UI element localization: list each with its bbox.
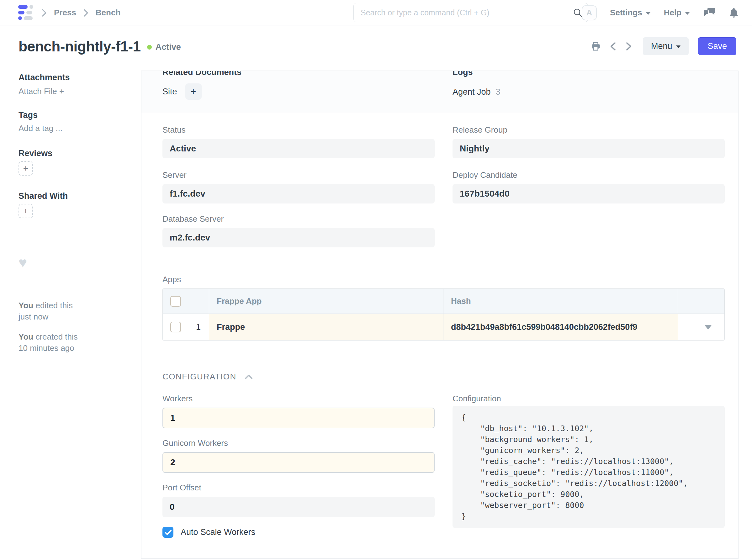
port-offset-input[interactable]: 0 [162, 497, 435, 517]
settings-dropdown[interactable]: Settings [610, 8, 651, 18]
like-heart-icon[interactable]: ♥ [19, 255, 27, 269]
chevron-down-icon [676, 45, 680, 48]
plus-icon: + [59, 86, 64, 96]
database-server-label: Database Server [162, 214, 435, 224]
checkmark-icon [165, 529, 172, 535]
menu-button[interactable]: Menu [643, 37, 689, 55]
release-group-label: Release Group [453, 125, 725, 135]
auto-scale-workers-field: Auto Scale Workers [162, 527, 255, 538]
print-icon[interactable] [591, 41, 601, 52]
chevron-down-icon [646, 12, 651, 15]
reviews-title: Reviews [19, 148, 52, 158]
attachments-title: Attachments [19, 73, 70, 82]
apps-label: Apps [162, 275, 181, 284]
workers-input[interactable]: 1 [162, 407, 435, 428]
workers-field: Workers 1 [162, 394, 435, 428]
status-label: Status [162, 125, 435, 135]
chevron-up-icon [244, 374, 253, 379]
search-input[interactable] [353, 3, 588, 22]
chevron-down-icon [685, 12, 690, 15]
plus-icon: + [23, 163, 28, 174]
add-site-button[interactable]: + [185, 83, 202, 100]
auto-scale-workers-label: Auto Scale Workers [181, 527, 255, 537]
row-index: 1 [196, 322, 201, 332]
site-link[interactable]: Site [162, 87, 177, 97]
breadcrumb-item-bench[interactable]: Bench [96, 8, 120, 18]
hash-cell[interactable]: d8b421b49a8bf61c599b048140cbb2062fed50f9 [443, 314, 678, 340]
status-indicator-label: Active [156, 42, 181, 52]
tags-title: Tags [19, 111, 38, 120]
database-server-field: Database Server m2.fc.dev [162, 214, 435, 247]
add-review-button[interactable]: + [19, 161, 33, 176]
configuration-json-block: { "db_host": "10.1.3.102", "background_w… [453, 406, 725, 528]
port-offset-label: Port Offset [162, 483, 435, 493]
app-logo-icon[interactable] [18, 5, 33, 20]
chevron-right-icon [83, 8, 89, 17]
previous-document-icon[interactable] [610, 41, 616, 52]
attach-file-button[interactable]: Attach File + [19, 86, 64, 96]
created-activity: You created this 10 minutes ago [19, 331, 78, 354]
breadcrumb: Press Bench [41, 0, 120, 25]
release-group-field: Release Group Nightly [453, 125, 725, 158]
deploy-candidate-value[interactable]: 167b1504d0 [453, 184, 725, 203]
apps-section: Apps Frappe App Hash 1 Frappe d8b421b49a… [141, 262, 738, 361]
server-label: Server [162, 170, 435, 180]
deploy-candidate-field: Deploy Candidate 167b1504d0 [453, 170, 725, 203]
gunicorn-workers-field: Gunicorn Workers 2 [162, 438, 435, 473]
breadcrumb-item-press[interactable]: Press [54, 8, 76, 18]
navbar-actions: A Settings Help [582, 0, 739, 25]
plus-icon: + [23, 206, 28, 216]
chat-icon[interactable] [703, 7, 716, 18]
navbar: Press Bench A Settings Help [0, 0, 752, 25]
next-document-icon[interactable] [625, 41, 632, 52]
column-header-frappe-app: Frappe App [209, 289, 443, 314]
form-sidebar: Attachments Attach File + Tags Add a tag… [19, 67, 125, 560]
global-search [353, 3, 588, 22]
chevron-right-icon [41, 8, 47, 17]
configuration-json-content[interactable]: { "db_host": "10.1.3.102", "background_w… [461, 412, 716, 522]
add-share-button[interactable]: + [19, 204, 33, 218]
help-dropdown[interactable]: Help [664, 8, 690, 18]
agent-job-count: 3 [496, 87, 500, 97]
port-offset-field: Port Offset 0 [162, 483, 435, 517]
edited-activity: You edited this just now [19, 300, 73, 322]
agent-job-link[interactable]: Agent Job 3 [453, 87, 500, 97]
apps-table-header: Frappe App Hash [163, 289, 725, 314]
apps-table: Frappe App Hash 1 Frappe d8b421b49a8bf61… [162, 288, 725, 341]
status-field: Status Active [162, 125, 435, 158]
page-title: bench-nightly-f1-1 [19, 38, 141, 55]
details-section: Status Active Release Group Nightly Serv… [141, 113, 738, 262]
configuration-json-label: Configuration [453, 394, 725, 403]
auto-scale-workers-checkbox[interactable] [162, 527, 173, 538]
notifications-bell-icon[interactable] [729, 7, 739, 18]
server-field: Server f1.fc.dev [162, 170, 435, 203]
release-group-value[interactable]: Nightly [453, 139, 725, 158]
avatar[interactable]: A [582, 5, 597, 20]
status-value[interactable]: Active [162, 139, 435, 158]
workers-label: Workers [162, 394, 435, 403]
search-icon[interactable] [573, 8, 582, 17]
add-tag-input[interactable]: Add a tag ... [19, 123, 62, 133]
save-button[interactable]: Save [698, 37, 736, 55]
table-row: 1 Frappe d8b421b49a8bf61c599b048140cbb20… [163, 314, 725, 340]
gunicorn-workers-input[interactable]: 2 [162, 452, 435, 473]
deploy-candidate-label: Deploy Candidate [453, 170, 725, 180]
frappe-app-cell[interactable]: Frappe [209, 314, 443, 340]
configuration-section: CONFIGURATION Workers 1 Gunicorn Workers… [141, 361, 738, 558]
logs-title: Logs [453, 71, 473, 77]
row-expand-dropdown-icon[interactable] [704, 325, 712, 329]
column-header-hash: Hash [443, 289, 678, 314]
server-value[interactable]: f1.fc.dev [162, 184, 435, 203]
status-dot-icon [147, 45, 152, 49]
database-server-value[interactable]: m2.fc.dev [162, 228, 435, 247]
form-body: Related Documents Logs Site + Agent Job … [141, 71, 738, 559]
status-indicator: Active [147, 42, 181, 52]
select-all-checkbox[interactable] [170, 296, 181, 307]
page-head: bench-nightly-f1-1 Active Menu Save [0, 25, 752, 67]
configuration-section-toggle[interactable]: CONFIGURATION [162, 372, 253, 382]
plus-icon: + [191, 86, 196, 97]
gunicorn-workers-label: Gunicorn Workers [162, 438, 435, 448]
row-checkbox[interactable] [170, 322, 181, 332]
shared-with-title: Shared With [19, 191, 68, 201]
dashboard-section: Related Documents Logs Site + Agent Job … [141, 71, 738, 113]
